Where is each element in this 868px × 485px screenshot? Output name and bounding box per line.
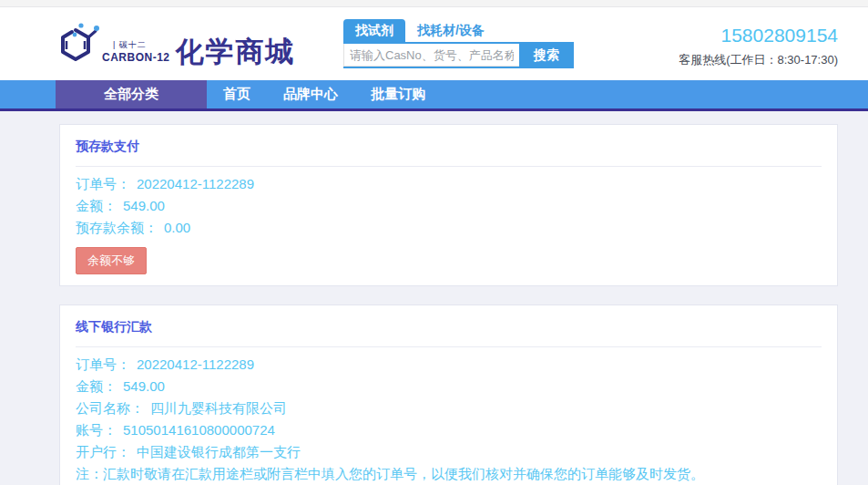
bank-order-number-value: 20220412-1122289 bbox=[137, 356, 254, 372]
molecule-icon bbox=[53, 22, 100, 66]
order-number-label: 订单号： bbox=[76, 176, 130, 191]
content-area: 预存款支付 订单号：20220412-1122289 金额：549.00 预存款… bbox=[0, 111, 868, 485]
bank-order-number-label: 订单号： bbox=[76, 356, 130, 372]
top-strip bbox=[0, 0, 868, 7]
order-number-value: 20220412-1122289 bbox=[137, 176, 254, 191]
account-number-row: 账号：51050141610800000724 bbox=[76, 419, 822, 441]
amount-row: 金额：549.00 bbox=[76, 195, 822, 217]
brand-name-en: CARBON-12 bbox=[102, 51, 170, 64]
bank-transfer-title: 线下银行汇款 bbox=[76, 318, 822, 335]
order-number-row: 订单号：20220412-1122289 bbox=[76, 173, 822, 195]
account-number-value: 51050141610800000724 bbox=[123, 422, 275, 438]
account-number-label: 账号： bbox=[76, 422, 117, 438]
divider bbox=[76, 166, 822, 167]
prepaid-balance-row: 预存款余额：0.00 bbox=[76, 217, 822, 239]
bank-order-number-row: 订单号：20220412-1122289 bbox=[76, 354, 822, 376]
remittance-note: 注：汇款时敬请在汇款用途栏或附言栏中填入您的订单号，以便我们核对并确保您的订单能… bbox=[76, 463, 822, 485]
bank-branch-label: 开户行： bbox=[76, 444, 130, 459]
hotline-label: 客服热线(工作日：8:30-17:30) bbox=[679, 52, 838, 68]
main-nav: 全部分类 首页 品牌中心 批量订购 bbox=[0, 80, 868, 111]
search-bar: 搜索 bbox=[343, 44, 574, 68]
amount-label: 金额： bbox=[76, 198, 117, 213]
company-name-row: 公司名称：四川九婴科技有限公司 bbox=[76, 397, 822, 419]
nav-item-home[interactable]: 首页 bbox=[207, 80, 267, 108]
company-name-value: 四川九婴科技有限公司 bbox=[150, 400, 287, 416]
company-name-label: 公司名称： bbox=[76, 400, 144, 416]
divider bbox=[76, 346, 822, 347]
amount-value: 549.00 bbox=[123, 198, 165, 213]
bank-amount-value: 549.00 bbox=[123, 378, 165, 394]
bank-branch-row: 开户行：中国建设银行成都第一支行 bbox=[76, 441, 822, 463]
nav-item-bulk-order[interactable]: 批量订购 bbox=[354, 80, 442, 108]
bank-branch-value: 中国建设银行成都第一支行 bbox=[137, 444, 301, 459]
search-widget: 找试剂 找耗材/设备 搜索 bbox=[343, 22, 574, 68]
search-input[interactable] bbox=[343, 44, 519, 67]
search-button[interactable]: 搜索 bbox=[519, 44, 574, 67]
nav-item-brand-center[interactable]: 品牌中心 bbox=[267, 80, 354, 108]
brand-name-cn: 化学商城 bbox=[176, 37, 296, 66]
insufficient-balance-button[interactable]: 余额不够 bbox=[76, 247, 147, 274]
brand-wordmark: | 碳十二 CARBON-12 bbox=[102, 39, 170, 66]
tab-reagents[interactable]: 找试剂 bbox=[343, 19, 405, 42]
prepaid-payment-title: 预存款支付 bbox=[76, 138, 822, 154]
nav-all-categories[interactable]: 全部分类 bbox=[56, 80, 207, 108]
site-header: | 碳十二 CARBON-12 化学商城 找试剂 找耗材/设备 搜索 15802… bbox=[0, 7, 868, 80]
contact-info: 15802809154 客服热线(工作日：8:30-17:30) bbox=[679, 24, 838, 68]
prepaid-balance-value: 0.00 bbox=[164, 220, 190, 235]
hotline-phone-number: 15802809154 bbox=[679, 24, 838, 47]
brand-logo[interactable]: | 碳十二 CARBON-12 化学商城 bbox=[53, 22, 296, 66]
search-tabs: 找试剂 找耗材/设备 bbox=[343, 22, 574, 44]
bank-amount-label: 金额： bbox=[76, 378, 117, 394]
bank-transfer-card: 线下银行汇款 订单号：20220412-1122289 金额：549.00 公司… bbox=[59, 304, 838, 485]
prepaid-payment-card: 预存款支付 订单号：20220412-1122289 金额：549.00 预存款… bbox=[59, 124, 838, 286]
brand-tagline: | 碳十二 bbox=[102, 39, 147, 51]
tab-consumables-equipment[interactable]: 找耗材/设备 bbox=[405, 19, 496, 42]
prepaid-balance-label: 预存款余额： bbox=[76, 220, 158, 235]
bank-amount-row: 金额：549.00 bbox=[76, 376, 822, 397]
